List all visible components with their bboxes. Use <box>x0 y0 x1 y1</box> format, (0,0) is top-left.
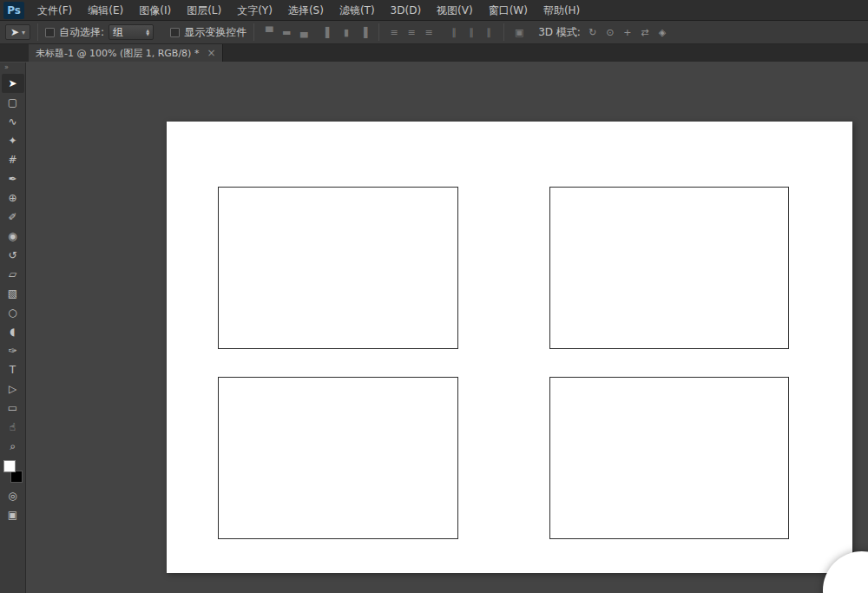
move-tool[interactable]: ➤ <box>2 74 24 93</box>
clone-stamp-tool[interactable]: ◉ <box>2 227 24 246</box>
options-bar: ➤ ▾ 自动选择: 组 ▲ ▼ 显示变换控件 ▀ ▬ ▄ ▌ ▮ ▐ ≡ ≡ ≡… <box>0 21 868 44</box>
mode-3d-label: 3D 模式: <box>538 25 581 40</box>
auto-select-label: 自动选择: <box>59 25 104 40</box>
canvas-frame-4 <box>549 377 789 539</box>
zoom-tool[interactable]: ⌕ <box>2 437 24 456</box>
auto-select-checkbox[interactable] <box>45 28 55 37</box>
rectangle-tool[interactable]: ▭ <box>2 399 24 418</box>
distribute-right-edges-icon[interactable]: ∥ <box>481 25 496 39</box>
align-right-edges-icon[interactable]: ▐ <box>356 25 372 39</box>
tool-preset-picker[interactable]: ➤ ▾ <box>5 24 30 40</box>
menu-view[interactable]: 视图(V) <box>429 0 481 21</box>
align-bottom-edges-icon[interactable]: ▄ <box>296 25 312 39</box>
background-color-swatch[interactable] <box>10 471 23 483</box>
canvas-frame-2 <box>549 187 789 349</box>
color-swatches[interactable] <box>3 460 23 483</box>
toolbox: » ➤ ▢ ∿ ✦ # ✒ ⊕ ✐ ◉ ↺ ▱ ▧ ○ ◖ ✑ T ▷ ▭ ☝ … <box>0 63 26 593</box>
align-vertical-centers-icon[interactable]: ▬ <box>279 25 294 39</box>
canvas-frame-1 <box>218 187 458 349</box>
align-left-edges-icon[interactable]: ▌ <box>321 25 337 39</box>
menu-window[interactable]: 窗口(W) <box>481 0 536 21</box>
foreground-color-swatch[interactable] <box>3 460 16 472</box>
photoshop-logo: Ps <box>3 2 24 19</box>
separator <box>253 23 254 41</box>
close-icon[interactable]: × <box>207 48 215 58</box>
hand-tool[interactable]: ☝ <box>2 418 24 437</box>
canvas-frame-3 <box>218 377 458 539</box>
distribute-sides-group: ∥ ∥ ∥ <box>446 25 496 39</box>
menu-help[interactable]: 帮助(H) <box>536 0 588 21</box>
3d-slide-icon[interactable]: ⇄ <box>637 25 653 39</box>
eraser-tool[interactable]: ▱ <box>2 265 24 284</box>
main-area: » ➤ ▢ ∿ ✦ # ✒ ⊕ ✐ ◉ ↺ ▱ ▧ ○ ◖ ✑ T ▷ ▭ ☝ … <box>0 63 868 593</box>
menu-file[interactable]: 文件(F) <box>30 0 80 21</box>
pen-tool[interactable]: ✑ <box>2 341 24 360</box>
move-tool-icon: ➤ <box>10 26 19 38</box>
menu-bar: Ps 文件(F) 编辑(E) 图像(I) 图层(L) 文字(Y) 选择(S) 滤… <box>0 0 868 21</box>
align-sides-group: ▌ ▮ ▐ <box>321 25 372 39</box>
align-edges-group: ▀ ▬ ▄ <box>261 25 312 39</box>
crop-tool[interactable]: # <box>2 150 24 169</box>
separator <box>37 23 38 41</box>
distribute-horizontal-centers-icon[interactable]: ∥ <box>464 25 479 39</box>
distribute-vertical-centers-icon[interactable]: ≡ <box>404 25 419 39</box>
document-tab[interactable]: 未标题-1 @ 100% (图层 1, RGB/8) * × <box>29 44 223 62</box>
document-tab-title: 未标题-1 @ 100% (图层 1, RGB/8) * <box>36 47 199 60</box>
document-tab-bar: 未标题-1 @ 100% (图层 1, RGB/8) * × <box>0 44 868 62</box>
3d-roll-icon[interactable]: ⊙ <box>602 25 618 39</box>
3d-rotate-icon[interactable]: ↻ <box>585 25 601 39</box>
menu-layer[interactable]: 图层(L) <box>179 0 229 21</box>
blur-tool[interactable]: ○ <box>2 303 24 322</box>
distribute-top-edges-icon[interactable]: ≡ <box>386 25 402 39</box>
3d-drag-icon[interactable]: + <box>620 25 635 39</box>
history-brush-tool[interactable]: ↺ <box>2 246 24 265</box>
menu-select[interactable]: 选择(S) <box>280 0 332 21</box>
menu-image[interactable]: 图像(I) <box>131 0 179 21</box>
chevron-down-icon: ▾ <box>22 29 25 36</box>
menu-edit[interactable]: 编辑(E) <box>80 0 131 21</box>
show-transform-label: 显示变换控件 <box>184 25 247 40</box>
menu-3d[interactable]: 3D(D) <box>383 0 429 21</box>
brush-tool[interactable]: ✐ <box>2 208 24 227</box>
toolbox-collapse-icon[interactable]: » <box>0 63 8 74</box>
path-selection-tool[interactable]: ▷ <box>2 379 24 399</box>
menu-filter[interactable]: 滤镜(T) <box>332 0 383 21</box>
show-transform-checkbox[interactable] <box>170 28 180 37</box>
align-top-edges-icon[interactable]: ▀ <box>261 25 277 39</box>
eyedropper-tool[interactable]: ✒ <box>2 169 24 188</box>
align-horizontal-centers-icon[interactable]: ▮ <box>339 25 354 39</box>
auto-select-target-value: 组 <box>113 25 123 40</box>
auto-select-target-dropdown[interactable]: 组 ▲ ▼ <box>108 24 154 40</box>
menu-type[interactable]: 文字(Y) <box>229 0 280 21</box>
separator <box>378 23 379 41</box>
auto-align-layers-icon[interactable]: ▣ <box>511 25 527 39</box>
type-tool[interactable]: T <box>2 360 24 379</box>
screen-mode-button[interactable]: ▣ <box>2 505 24 524</box>
dodge-tool[interactable]: ◖ <box>2 322 24 341</box>
dropdown-spinner-icon: ▲ ▼ <box>146 29 149 36</box>
gradient-tool[interactable]: ▧ <box>2 284 24 303</box>
magic-wand-tool[interactable]: ✦ <box>2 131 24 150</box>
workspace <box>26 63 868 593</box>
separator <box>503 23 504 41</box>
rectangular-marquee-tool[interactable]: ▢ <box>2 93 24 112</box>
3d-scale-icon[interactable]: ◈ <box>654 25 670 39</box>
quick-mask-mode-button[interactable]: ◎ <box>2 486 24 505</box>
canvas-document[interactable] <box>167 122 852 573</box>
healing-brush-tool[interactable]: ⊕ <box>2 188 24 208</box>
distribute-bottom-edges-icon[interactable]: ≡ <box>421 25 437 39</box>
mode-3d-group: ↻ ⊙ + ⇄ ◈ <box>585 25 670 39</box>
distribute-left-edges-icon[interactable]: ∥ <box>446 25 462 39</box>
lasso-tool[interactable]: ∿ <box>2 112 24 131</box>
distribute-edges-group: ≡ ≡ ≡ <box>386 25 437 39</box>
